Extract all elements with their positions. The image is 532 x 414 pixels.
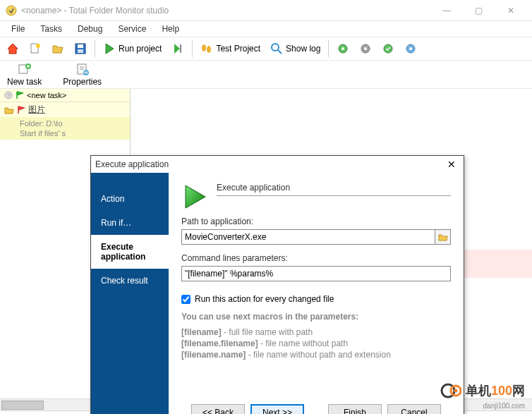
task-item[interactable]: 图片 (0, 102, 130, 117)
pause-button[interactable] (168, 40, 188, 57)
svg-point-14 (364, 47, 367, 50)
new-task-label: New task (7, 77, 42, 87)
every-file-label: Run this action for every changed file (195, 294, 334, 304)
watermark-brand: 单机100网 (466, 382, 525, 399)
pause-icon (171, 42, 184, 55)
properties-icon (75, 62, 90, 76)
wizard-steps-sidebar: Action Run if… Execute application Check… (91, 173, 169, 414)
run-project-button[interactable]: Run project (99, 40, 165, 57)
properties-button[interactable]: Properties (59, 61, 106, 88)
task-name: 图片 (28, 104, 45, 116)
watermark-logo-icon (440, 380, 461, 401)
svg-point-12 (341, 47, 344, 50)
open-button[interactable] (48, 40, 68, 57)
svg-line-10 (278, 50, 282, 54)
minimize-button[interactable]: — (431, 1, 463, 20)
svg-point-7 (202, 44, 206, 51)
new-file-icon (29, 42, 42, 55)
main-area: ? <new task> 图片 Folder: D:\to Start if f… (0, 89, 532, 398)
divider (217, 195, 451, 196)
task-tab-header[interactable]: ? <new task> (0, 89, 130, 102)
maximize-button[interactable]: ▢ (463, 1, 495, 20)
scrollbar-thumb[interactable] (1, 401, 44, 410)
gear-check-icon (382, 42, 394, 55)
step-check-result[interactable]: Check result (91, 269, 169, 293)
close-button[interactable]: ✕ (495, 1, 526, 20)
dialog-close-button[interactable]: ✕ (444, 157, 459, 171)
dialog-header: Execute application (217, 183, 451, 193)
footprints-icon (200, 42, 213, 55)
gear1-button[interactable] (333, 40, 353, 57)
play-icon (103, 42, 116, 55)
properties-label: Properties (63, 77, 102, 87)
open-folder-icon (52, 42, 64, 55)
home-icon (6, 42, 19, 55)
toolbar-separator (328, 40, 329, 57)
test-project-button[interactable]: Test Project (197, 40, 264, 57)
new-task-icon (18, 62, 32, 76)
menu-debug[interactable]: Debug (71, 23, 109, 35)
task-detail: Folder: D:\to Start if files' s (0, 117, 130, 140)
show-log-button[interactable]: Show log (267, 40, 324, 57)
app-icon (6, 5, 17, 16)
path-label: Path to application: (181, 217, 451, 226)
gear4-button[interactable] (401, 40, 421, 57)
gear-icon (337, 42, 349, 55)
menu-bar: File Tasks Debug Service Help (0, 21, 532, 37)
svg-rect-6 (180, 44, 181, 53)
browse-button[interactable] (435, 229, 451, 245)
svg-text:?: ? (7, 92, 11, 99)
path-input[interactable] (181, 229, 435, 245)
folder-icon (4, 105, 14, 115)
home-button[interactable] (3, 40, 23, 57)
back-button[interactable]: << Back (191, 404, 245, 414)
gear-refresh-icon (359, 42, 372, 55)
svg-point-9 (272, 44, 279, 51)
menu-service[interactable]: Service (111, 23, 153, 35)
finish-button[interactable]: Finish (328, 404, 382, 414)
svg-point-28 (454, 389, 457, 393)
flag-icon (16, 91, 24, 99)
new-task-button[interactable]: New task (3, 61, 46, 88)
step-execute-application[interactable]: Execute application (91, 235, 169, 269)
task-tab-label: <new task> (27, 91, 66, 99)
magnifier-icon (270, 42, 283, 55)
dialog-content: Execute application Path to application:… (169, 173, 464, 414)
cancel-button[interactable]: Cancel (387, 404, 441, 414)
cmd-label: Command lines parameters: (181, 253, 451, 263)
dialog-title: Execute application (95, 159, 444, 169)
save-disk-icon (74, 42, 87, 55)
next-button[interactable]: Next >> (250, 404, 304, 414)
save-button[interactable] (71, 40, 90, 57)
secondary-toolbar: New task Properties (0, 61, 532, 89)
toolbar-separator (95, 40, 95, 57)
play-large-icon (181, 183, 210, 211)
step-run-if[interactable]: Run if… (91, 211, 169, 235)
svg-point-0 (6, 6, 16, 16)
menu-file[interactable]: File (4, 23, 32, 35)
dialog-titlebar: Execute application ✕ (91, 156, 464, 173)
gear-settings-icon (404, 42, 417, 55)
flag-red-icon (17, 106, 25, 114)
main-toolbar: Run project Test Project Show log (0, 37, 532, 61)
browse-folder-icon (438, 232, 448, 242)
watermark-url: danji100.com (483, 402, 525, 410)
question-icon: ? (4, 91, 13, 99)
svg-point-2 (36, 44, 40, 48)
menu-help[interactable]: Help (155, 23, 186, 35)
macros-help: You can use next macros in the parameter… (181, 311, 451, 360)
new-button[interactable] (25, 40, 45, 57)
gear2-button[interactable] (356, 40, 375, 57)
cmd-input[interactable] (181, 266, 451, 281)
svg-rect-5 (78, 49, 83, 53)
gear3-button[interactable] (378, 40, 398, 57)
every-file-checkbox[interactable] (181, 295, 191, 304)
svg-rect-4 (78, 44, 83, 48)
step-action[interactable]: Action (91, 187, 169, 211)
window-title: <noname> - Total Folder Monitor studio (21, 6, 431, 16)
svg-point-8 (207, 46, 211, 53)
menu-tasks[interactable]: Tasks (33, 23, 69, 35)
toolbar-separator (192, 40, 193, 57)
window-titlebar: <noname> - Total Folder Monitor studio —… (0, 0, 532, 21)
svg-point-17 (409, 47, 412, 50)
